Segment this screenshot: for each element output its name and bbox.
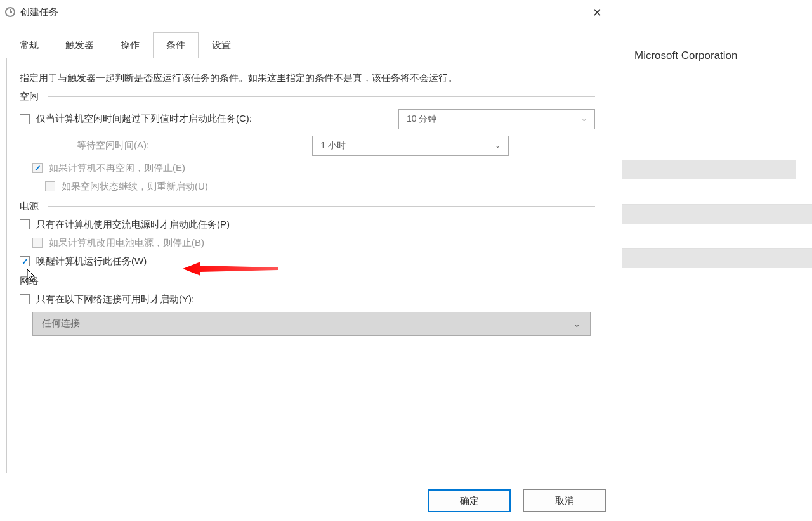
wait-idle-label: 等待空闲时间(A): bbox=[77, 139, 149, 151]
start-on-ac-checkbox[interactable] bbox=[20, 219, 30, 229]
divider bbox=[48, 206, 595, 207]
background-bars bbox=[615, 160, 812, 268]
start-on-idle-label: 仅当计算机空闲时间超过下列值时才启动此任务(C): bbox=[36, 113, 252, 125]
start-on-ac-row: 只有在计算机使用交流电源时才启动此任务(P) bbox=[20, 219, 595, 231]
network-section-header: 网络 bbox=[20, 275, 595, 287]
tab-actions[interactable]: 操作 bbox=[107, 32, 153, 58]
grey-bar bbox=[622, 205, 812, 224]
ok-button[interactable]: 确定 bbox=[428, 489, 511, 512]
start-on-ac-label: 只有在计算机使用交流电源时才启动此任务(P) bbox=[36, 219, 230, 231]
idle-duration-value: 10 分钟 bbox=[407, 113, 436, 125]
network-connection-dropdown: 任何连接 ⌄ bbox=[32, 312, 591, 336]
start-on-idle-checkbox[interactable] bbox=[20, 114, 30, 124]
stop-on-battery-row: 如果计算机改用电池电源，则停止(B) bbox=[20, 237, 595, 249]
wait-duration-value: 1 小时 bbox=[320, 140, 346, 151]
start-on-network-label: 只有在以下网络连接可用时才启动(Y): bbox=[36, 293, 194, 306]
stop-on-battery-label: 如果计算机改用电池电源，则停止(B) bbox=[49, 237, 204, 249]
chevron-down-icon: ⌄ bbox=[495, 141, 501, 150]
tab-triggers[interactable]: 触发器 bbox=[52, 32, 107, 58]
stop-if-not-idle-row: 如果计算机不再空闲，则停止(E) bbox=[20, 162, 595, 174]
dialog-title: 创建任务 bbox=[20, 6, 58, 18]
tab-strip: 常规 触发器 操作 条件 设置 bbox=[6, 32, 608, 58]
idle-section-label: 空闲 bbox=[20, 91, 39, 103]
conditions-description: 指定用于与触发器一起判断是否应运行该任务的条件。如果这里指定的条件不是真，该任务… bbox=[20, 71, 595, 86]
white-bar bbox=[622, 183, 812, 205]
stop-if-not-idle-checkbox[interactable] bbox=[32, 163, 43, 173]
chevron-down-icon: ⌄ bbox=[581, 115, 587, 123]
restart-on-idle-checkbox[interactable] bbox=[45, 181, 55, 191]
wake-to-run-row: 唤醒计算机运行此任务(W) bbox=[20, 255, 595, 267]
start-on-network-row: 只有在以下网络连接可用时才启动(Y): bbox=[20, 293, 595, 306]
grey-bar bbox=[622, 160, 796, 179]
idle-section-header: 空闲 bbox=[20, 91, 595, 103]
clock-icon bbox=[5, 7, 15, 17]
start-on-network-checkbox[interactable] bbox=[20, 294, 30, 304]
create-task-dialog: 创建任务 ✕ 常规 触发器 操作 条件 设置 指定用于与触发器一起判断是否应运行… bbox=[0, 0, 615, 521]
wait-idle-row: 等待空闲时间(A): 1 小时 ⌄ bbox=[20, 136, 595, 156]
right-panel: Microsoft Corporation bbox=[615, 0, 812, 521]
power-section-header: 电源 bbox=[20, 200, 595, 212]
dialog-buttons: 确定 取消 bbox=[428, 489, 606, 512]
tab-settings[interactable]: 设置 bbox=[199, 32, 244, 58]
stop-on-battery-checkbox[interactable] bbox=[32, 238, 43, 248]
restart-on-idle-row: 如果空闲状态继续，则重新启动(U) bbox=[20, 181, 595, 193]
wake-to-run-checkbox[interactable] bbox=[20, 256, 30, 266]
wake-to-run-label: 唤醒计算机运行此任务(W) bbox=[36, 255, 147, 267]
start-on-idle-row: 仅当计算机空闲时间超过下列值时才启动此任务(C): 10 分钟 ⌄ bbox=[20, 109, 595, 129]
restart-on-idle-label: 如果空闲状态继续，则重新启动(U) bbox=[62, 181, 208, 193]
idle-duration-dropdown[interactable]: 10 分钟 ⌄ bbox=[398, 109, 595, 129]
close-button[interactable]: ✕ bbox=[589, 5, 605, 20]
stop-if-not-idle-label: 如果计算机不再空闲，则停止(E) bbox=[49, 162, 185, 174]
cancel-button[interactable]: 取消 bbox=[523, 489, 606, 512]
title-bar: 创建任务 ✕ bbox=[0, 0, 615, 24]
divider bbox=[48, 96, 595, 97]
network-connection-value: 任何连接 bbox=[42, 318, 80, 330]
tab-area: 常规 触发器 操作 条件 设置 指定用于与触发器一起判断是否应运行该任务的条件。… bbox=[0, 24, 615, 473]
tab-conditions[interactable]: 条件 bbox=[153, 32, 199, 58]
divider bbox=[48, 281, 595, 281]
power-section-label: 电源 bbox=[20, 200, 39, 212]
network-section-label: 网络 bbox=[20, 275, 39, 287]
company-label: Microsoft Corporation bbox=[615, 49, 812, 62]
wait-duration-dropdown[interactable]: 1 小时 ⌄ bbox=[312, 136, 509, 156]
tab-general[interactable]: 常规 bbox=[6, 32, 52, 58]
grey-bar bbox=[622, 249, 812, 268]
chevron-down-icon: ⌄ bbox=[573, 318, 581, 330]
tab-content-conditions: 指定用于与触发器一起判断是否应运行该任务的条件。如果这里指定的条件不是真，该任务… bbox=[6, 58, 608, 473]
white-bar bbox=[622, 227, 812, 249]
